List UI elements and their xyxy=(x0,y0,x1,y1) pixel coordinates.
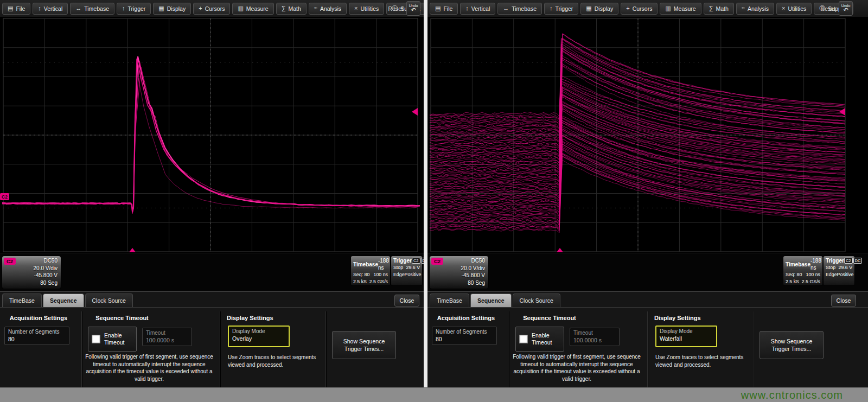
channel-descriptor[interactable]: C2 DC50 20.0 V/div -45.800 V 80 Seg xyxy=(2,256,61,289)
close-button[interactable]: Close xyxy=(831,295,856,307)
tab-timebase[interactable]: TimeBase xyxy=(430,293,469,307)
reset-button[interactable]: Reset xyxy=(821,5,835,12)
trigger-level-marker[interactable] xyxy=(412,108,418,116)
channel-segments: 80 Seg xyxy=(3,279,58,287)
timeout-field[interactable]: Timeout 100.0000 s xyxy=(570,328,620,346)
enable-timeout-checkbox[interactable] xyxy=(92,335,100,343)
menu-button-display[interactable]: ▦Display xyxy=(153,3,191,15)
enable-timeout-checkbox[interactable] xyxy=(519,335,528,343)
undo-icon: ↶ xyxy=(411,7,416,13)
undo-button[interactable]: Undo ↶ xyxy=(406,1,420,16)
menu-button-timebase[interactable]: ↔Timebase xyxy=(497,3,542,15)
menu-button-trigger[interactable]: ↑Trigger xyxy=(544,3,578,15)
tab-timebase[interactable]: TimeBase xyxy=(2,293,42,307)
menu-button-math[interactable]: ∑Math xyxy=(276,3,307,15)
waveform-trace xyxy=(430,66,845,149)
enable-timeout-button[interactable]: Enable Timeout xyxy=(515,327,564,352)
menu-button-cursors[interactable]: +Cursors xyxy=(621,3,658,15)
menu-button-trigger[interactable]: ↑Trigger xyxy=(117,3,151,15)
trigger-title: Trigger xyxy=(826,257,844,264)
menu-button-label: Analysis xyxy=(748,5,769,12)
tab-clock-source[interactable]: Clock Source xyxy=(85,293,133,307)
tab-sequence[interactable]: Sequence xyxy=(470,293,512,307)
menu-button-utilities[interactable]: ×Utilities xyxy=(776,3,812,15)
math-icon: ∑ xyxy=(282,5,286,11)
menu-button-file[interactable]: ▤File xyxy=(430,3,458,15)
trigger-source-badge: C2 xyxy=(844,258,853,264)
menu-button-file[interactable]: ▤File xyxy=(2,3,30,15)
timebase-value: -188 ns xyxy=(810,257,821,271)
utilities-icon: × xyxy=(354,5,358,11)
section-separator xyxy=(220,311,220,387)
menu-button-measure[interactable]: ▥Measure xyxy=(232,3,273,15)
menu-button-cursors[interactable]: +Cursors xyxy=(193,3,230,15)
trigger-level: 29.6 V xyxy=(406,264,420,271)
display-settings-title: Display Settings xyxy=(654,315,701,321)
trigger-level-marker[interactable] xyxy=(839,108,845,116)
trigger-time-marker[interactable] xyxy=(557,248,563,252)
waveform-trace xyxy=(430,38,845,122)
menu-button-label: Trigger xyxy=(127,5,145,12)
tab-clock-source[interactable]: Clock Source xyxy=(513,293,560,307)
timebase-samples: 2.5 kS xyxy=(786,278,799,285)
undo-icon: ↶ xyxy=(843,7,848,13)
timebase-value: -188 ns xyxy=(378,257,389,271)
waveform-trace xyxy=(2,61,418,213)
menu-button-timebase[interactable]: ↔Timebase xyxy=(70,3,114,15)
timebase-descriptor[interactable]: Timebase -188 ns Seq: 80 100 ns 2.5 kS 2… xyxy=(783,256,822,285)
waveform-trace xyxy=(430,39,845,125)
channel-descriptor[interactable]: C2 DC50 20.0 V/div -45.800 V 80 Seg xyxy=(430,256,488,289)
timebase-descriptor[interactable]: Timebase -188 ns Seq: 80 100 ns 2.5 kS 2… xyxy=(351,256,390,285)
menu-button-math[interactable]: ∑Math xyxy=(704,3,734,15)
dialog-tabs: TimeBase Sequence Clock Source xyxy=(430,293,560,307)
timebase-samples: 2.5 kS xyxy=(353,278,367,285)
number-of-segments-field[interactable]: Number of Segments 80 xyxy=(432,327,497,345)
waveform-display[interactable]: C2 xyxy=(0,17,424,253)
menu-button-utilities[interactable]: ×Utilities xyxy=(349,3,384,15)
dialog-tabs: TimeBase Sequence Clock Source xyxy=(2,293,133,307)
trigger-time-marker[interactable] xyxy=(129,248,136,252)
menu-button-vertical[interactable]: ↕Vertical xyxy=(460,3,495,15)
file-icon: ▤ xyxy=(435,5,441,11)
show-sequence-trigger-times-button[interactable]: Show Sequence Trigger Times... xyxy=(760,331,824,359)
menu-button-label: Measure xyxy=(674,5,696,12)
acquisition-settings-title: Acquisition Settings xyxy=(433,315,499,321)
menu-right-controls: Reset Undo ↶ xyxy=(388,0,420,17)
trigger-source-badge: C2 xyxy=(412,258,420,264)
display-mode-select[interactable]: Display Mode Waterfall xyxy=(655,326,717,347)
menu-button-label: Timebase xyxy=(512,5,537,12)
display-mode-label: Display Mode xyxy=(660,328,713,335)
trigger-type: Edge xyxy=(826,271,837,278)
channel-vdiv: 20.0 V/div xyxy=(431,265,485,272)
waveform-trace xyxy=(430,48,845,134)
enable-timeout-button[interactable]: Enable Timeout xyxy=(88,327,137,352)
waveform-display[interactable] xyxy=(427,17,868,253)
menu-button-measure[interactable]: ▥Measure xyxy=(660,3,701,15)
reset-button[interactable]: Reset xyxy=(388,5,403,12)
display-mode-select[interactable]: Display Mode Overlay xyxy=(228,326,290,347)
menu-button-display[interactable]: ▦Display xyxy=(580,3,618,15)
undo-button[interactable]: Undo ↶ xyxy=(839,1,853,16)
sequence-dialog: TimeBase Sequence Clock Source Close Acq… xyxy=(0,291,424,402)
trigger-descriptor[interactable]: Trigger C2 DC Stop 29.6 V Edge Positive xyxy=(824,256,854,285)
menu-button-analysis[interactable]: ≈Analysis xyxy=(309,3,347,15)
trigger-descriptor[interactable]: Trigger C2 DC Stop 29.6 V Edge Positive xyxy=(391,256,422,285)
menu-button-label: File xyxy=(443,5,452,12)
acquisition-settings-title: Acquisition Settings xyxy=(5,315,72,321)
measure-icon: ▥ xyxy=(238,5,243,11)
display-mode-label: Display Mode xyxy=(232,328,285,335)
waveform-trace xyxy=(430,34,845,116)
timeout-label: Timeout xyxy=(146,329,188,336)
utilities-icon: × xyxy=(782,5,785,11)
menu-button-vertical[interactable]: ↕Vertical xyxy=(33,3,68,15)
waveform-trace xyxy=(430,52,845,138)
close-button[interactable]: Close xyxy=(394,295,419,307)
tab-sequence[interactable]: Sequence xyxy=(43,293,84,307)
number-of-segments-field[interactable]: Number of Segments 80 xyxy=(4,327,69,345)
show-sequence-trigger-times-button[interactable]: Show Sequence Trigger Times... xyxy=(332,331,396,359)
menu-button-analysis[interactable]: ≈Analysis xyxy=(736,3,774,15)
timeout-field[interactable]: Timeout 100.0000 s xyxy=(142,328,192,346)
trigger-state: Stop xyxy=(826,264,835,271)
menu-button-label: Cursors xyxy=(205,5,225,12)
menu-right-controls: Reset Undo ↶ xyxy=(821,0,853,17)
